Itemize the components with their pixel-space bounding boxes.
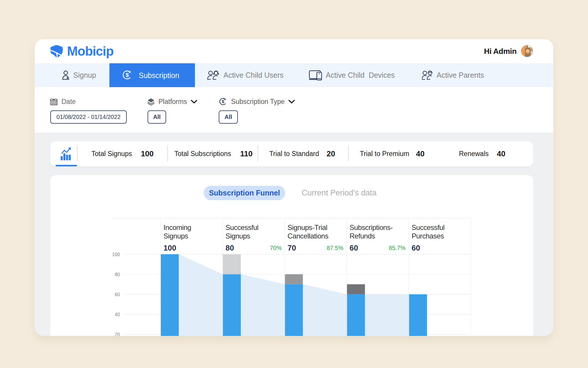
- svg-text:40: 40: [115, 312, 120, 317]
- svg-text:$: $: [126, 72, 129, 78]
- svg-text:Signups-Trial: Signups-Trial: [288, 223, 327, 231]
- svg-text:Successful: Successful: [225, 223, 258, 231]
- svg-text:100: 100: [163, 243, 176, 252]
- svg-text:Cancellations: Cancellations: [288, 232, 328, 240]
- svg-text:100: 100: [112, 252, 120, 257]
- svg-text:70: 70: [288, 243, 296, 252]
- svg-text:Incoming: Incoming: [163, 223, 191, 231]
- svg-text:80: 80: [115, 272, 120, 277]
- svg-text:Successful: Successful: [412, 223, 445, 231]
- svg-text:Refunds: Refunds: [350, 232, 375, 240]
- svg-text:80: 80: [225, 243, 234, 252]
- svg-text:60: 60: [115, 292, 120, 297]
- svg-text:87.5%: 87.5%: [327, 245, 343, 251]
- svg-text:Signups: Signups: [225, 232, 250, 240]
- svg-text:85.7%: 85.7%: [389, 245, 405, 251]
- svg-text:60: 60: [412, 243, 420, 252]
- svg-text:60: 60: [350, 243, 358, 252]
- svg-text:Subscriptions-: Subscriptions-: [350, 223, 392, 231]
- svg-text:Signups: Signups: [163, 232, 188, 240]
- svg-text:Purchases: Purchases: [412, 232, 444, 240]
- svg-text:$: $: [222, 99, 224, 104]
- svg-text:20: 20: [115, 332, 120, 336]
- svg-text:70%: 70%: [270, 245, 282, 251]
